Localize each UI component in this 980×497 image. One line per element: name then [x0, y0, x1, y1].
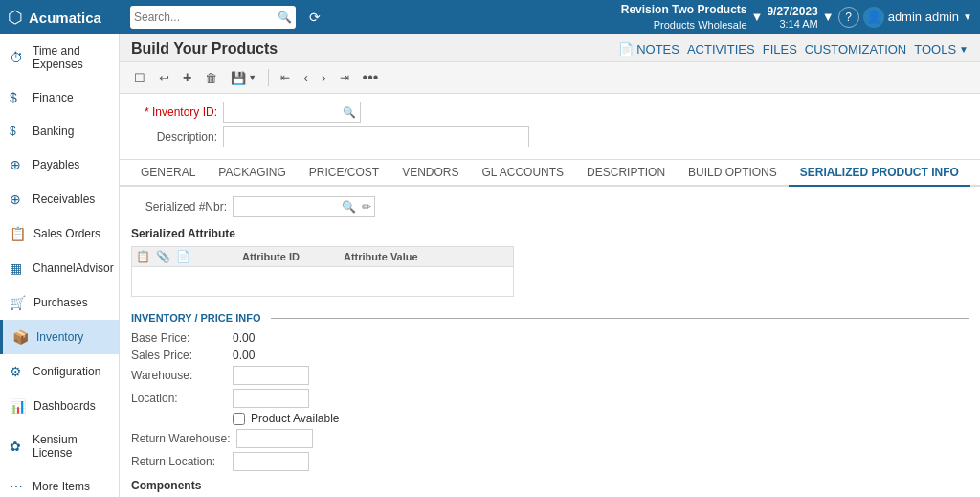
save-dropdown-icon: ▼	[248, 73, 256, 82]
sidebar-item-finance[interactable]: $ Finance	[0, 80, 119, 115]
tab-serialized-product-info[interactable]: SERIALIZED PRODUCT INFO	[789, 160, 970, 187]
tab-general[interactable]: GENERAL	[129, 160, 207, 187]
base-price-value: 0.00	[233, 331, 255, 345]
location-input[interactable]	[233, 389, 309, 408]
first-record-button[interactable]: ⇤	[276, 68, 295, 87]
add-icon: +	[183, 69, 191, 86]
checkbox-button[interactable]: ☐	[129, 68, 150, 88]
serialized-nbr-row: Serialized #Nbr: 🔍 ✏	[131, 196, 969, 217]
attribute-table: 📋 📎 📄 Attribute ID Attribute Value	[131, 246, 514, 297]
sidebar-label-configuration: Configuration	[33, 365, 100, 378]
user-menu[interactable]: 👤 admin admin ▼	[863, 7, 972, 28]
last-record-button[interactable]: ⇥	[335, 68, 354, 87]
location-row: Location:	[131, 389, 969, 408]
product-available-checkbox[interactable]	[233, 413, 245, 425]
description-row: Description:	[131, 126, 969, 147]
tab-packaging[interactable]: PACKAGING	[207, 160, 297, 187]
search-magnifier-icon: 🔍	[278, 11, 292, 24]
description-input[interactable]	[223, 126, 529, 147]
delete-button[interactable]: 🗑	[200, 68, 222, 88]
base-price-label: Base Price:	[131, 331, 227, 345]
delete-icon: 🗑	[205, 71, 217, 85]
inventory-price-divider	[271, 318, 969, 319]
files-button[interactable]: FILES	[763, 42, 797, 56]
table-col-icon-2: 📎	[156, 250, 170, 263]
sidebar-item-receivables[interactable]: ⊕ Receivables	[0, 182, 119, 216]
attribute-table-body	[132, 267, 513, 296]
return-warehouse-input[interactable]	[236, 429, 313, 448]
sidebar-item-time-expenses[interactable]: ⏱ Time and Expenses	[0, 34, 119, 80]
more-actions-button[interactable]: •••	[358, 66, 384, 89]
logo-area: ⬡ Acumatica	[8, 7, 122, 28]
warehouse-label: Warehouse:	[131, 369, 227, 382]
return-location-input[interactable]	[233, 452, 309, 471]
next-icon: ›	[322, 70, 326, 85]
inventory-id-search-button[interactable]: 🔍	[339, 106, 360, 119]
components-section: Components ⟳ + ✕	[131, 479, 969, 497]
sidebar-item-more-items[interactable]: ⋯ More Items	[0, 469, 119, 497]
sidebar-item-channel-advisor[interactable]: ▦ ChannelAdvisor	[0, 251, 119, 285]
sidebar-label-inventory: Inventory	[36, 330, 83, 344]
tab-gl-accounts[interactable]: GL ACCOUNTS	[471, 160, 576, 187]
search-container: 🔍	[130, 6, 296, 29]
sidebar-label-time-expenses: Time and Expenses	[33, 44, 109, 71]
serialized-nbr-field: 🔍 ✏	[233, 196, 375, 217]
tab-price-cost[interactable]: PRICE/COST	[298, 160, 390, 187]
user-avatar-icon: 👤	[863, 7, 884, 28]
sidebar-item-dashboards[interactable]: 📊 Dashboards	[0, 389, 119, 423]
sidebar-item-purchases[interactable]: 🛒 Purchases	[0, 285, 119, 320]
more-items-icon: ⋯	[10, 479, 25, 494]
customization-button[interactable]: CUSTOMIZATION	[805, 42, 906, 56]
tab-content-serialized: Serialized #Nbr: 🔍 ✏ Serialized Attribut…	[120, 187, 980, 497]
branch-name: Revision Two Products	[621, 3, 747, 18]
undo-button[interactable]: ↩	[154, 68, 174, 88]
product-available-row: Product Available	[233, 412, 969, 425]
page-header: Build Your Products 📄 NOTES ACTIVITIES F…	[120, 34, 980, 62]
attribute-table-header: 📋 📎 📄 Attribute ID Attribute Value	[132, 247, 513, 267]
payables-icon: ⊕	[10, 157, 25, 172]
sales-price-value: 0.00	[233, 349, 255, 362]
next-record-button[interactable]: ›	[317, 67, 331, 88]
save-menu-button[interactable]: 💾 ▼	[226, 68, 261, 88]
tab-description[interactable]: DESCRIPTION	[575, 160, 677, 187]
product-available-label: Product Available	[251, 412, 340, 425]
activities-button[interactable]: ACTIVITIES	[687, 42, 755, 56]
sidebar-item-banking[interactable]: $ Banking	[0, 115, 119, 147]
history-button[interactable]: ⟳	[303, 10, 326, 25]
banking-icon: $	[10, 124, 25, 138]
serialized-nbr-edit-button[interactable]: ✏	[359, 200, 374, 214]
sidebar-item-sales-orders[interactable]: 📋 Sales Orders	[0, 216, 119, 251]
branch-dropdown-arrow[interactable]: ▼	[751, 10, 764, 24]
sidebar-item-inventory[interactable]: 📦 Inventory	[0, 320, 119, 354]
sidebar-item-kensium-license[interactable]: ✿ Kensium License	[0, 423, 119, 469]
serialized-nbr-input[interactable]	[234, 197, 339, 216]
inventory-id-input[interactable]	[224, 102, 339, 122]
branch-sub: Products Wholesale	[654, 18, 747, 32]
date-dropdown-arrow[interactable]: ▼	[822, 10, 835, 24]
sales-price-row: Sales Price: 0.00	[131, 349, 969, 362]
tab-build-options[interactable]: BUILD OPTIONS	[677, 160, 789, 187]
undo-icon: ↩	[159, 71, 169, 85]
sidebar-label-receivables: Receivables	[33, 192, 95, 206]
prev-record-button[interactable]: ‹	[299, 67, 313, 88]
sidebar-item-configuration[interactable]: ⚙ Configuration	[0, 354, 119, 389]
add-button[interactable]: +	[178, 66, 196, 89]
inventory-id-label: * Inventory ID:	[131, 105, 217, 119]
tools-button[interactable]: TOOLS ▼	[914, 42, 969, 56]
notes-button[interactable]: 📄 NOTES	[618, 42, 679, 56]
sidebar-item-payables[interactable]: ⊕ Payables	[0, 147, 119, 182]
page-actions: 📄 NOTES ACTIVITIES FILES CUSTOMIZATION T…	[618, 42, 969, 56]
help-button[interactable]: ?	[838, 7, 859, 28]
tab-attributes[interactable]: ATTRIBUTES	[970, 160, 980, 187]
tab-vendors[interactable]: VENDORS	[390, 160, 470, 187]
table-col-icon-3: 📄	[176, 250, 190, 263]
search-input[interactable]	[134, 11, 278, 24]
dashboards-icon: 📊	[10, 398, 26, 414]
warehouse-input[interactable]	[233, 366, 309, 385]
branch-selector[interactable]: Revision Two Products Products Wholesale	[621, 3, 747, 32]
return-warehouse-row: Return Warehouse:	[131, 429, 969, 448]
serialized-nbr-search-button[interactable]: 🔍	[339, 200, 359, 214]
save-icon: 💾	[231, 71, 246, 85]
content-area: Build Your Products 📄 NOTES ACTIVITIES F…	[120, 34, 980, 497]
date-selector[interactable]: 9/27/2023 3:14 AM	[767, 5, 817, 30]
